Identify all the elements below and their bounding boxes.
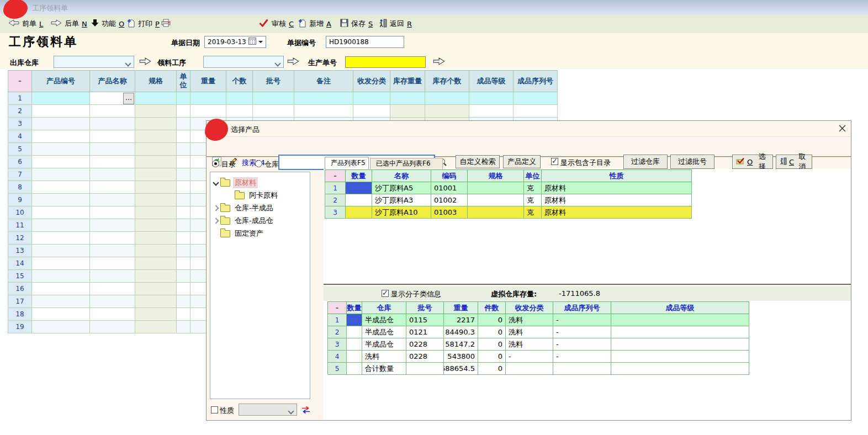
stock-cell-7[interactable] bbox=[611, 351, 749, 363]
table-row[interactable]: 2沙丁原料A301002克原材料 bbox=[325, 194, 692, 206]
tab-product-list[interactable]: 产品列表F5 bbox=[325, 157, 369, 169]
stock-cell-7[interactable] bbox=[611, 326, 749, 338]
grid-cell[interactable] bbox=[90, 232, 135, 245]
stock-cell-7[interactable] bbox=[611, 363, 749, 375]
row-number[interactable]: 1 bbox=[327, 314, 347, 326]
grid-cell[interactable] bbox=[90, 321, 135, 333]
grid-cell[interactable] bbox=[135, 257, 177, 270]
grid-cell[interactable] bbox=[90, 257, 135, 270]
product-cell-spec[interactable] bbox=[468, 194, 524, 206]
row-number[interactable]: 16 bbox=[8, 283, 32, 295]
stock-cell-1[interactable]: 半成品仓 bbox=[362, 326, 406, 338]
grid-cell[interactable] bbox=[177, 245, 190, 257]
grid-cell[interactable] bbox=[135, 143, 177, 156]
product-cell-nature[interactable]: 原材料 bbox=[542, 206, 692, 219]
product-cell-unit[interactable]: 克 bbox=[524, 206, 542, 219]
grid-cell[interactable] bbox=[390, 92, 425, 105]
row-number[interactable]: 1 bbox=[8, 92, 32, 105]
grid-cell[interactable] bbox=[135, 321, 177, 333]
grid-cell[interactable] bbox=[32, 295, 90, 308]
row-number[interactable]: 9 bbox=[8, 194, 32, 206]
product-cell-nature[interactable]: 原材料 bbox=[542, 194, 692, 206]
date-field[interactable]: 2019-03-13 bbox=[204, 36, 266, 48]
grid-cell[interactable]: … bbox=[90, 92, 135, 105]
grid-cell[interactable] bbox=[90, 181, 135, 194]
grid-cell[interactable] bbox=[469, 105, 514, 118]
grid-cell[interactable] bbox=[32, 181, 90, 194]
grid-cell[interactable] bbox=[90, 130, 135, 143]
stock-cell-3[interactable]: 2217 bbox=[444, 314, 478, 326]
grid-cell[interactable] bbox=[32, 168, 90, 181]
grid-cell[interactable] bbox=[135, 194, 177, 206]
grid-cell[interactable] bbox=[177, 130, 190, 143]
grid-cell[interactable] bbox=[32, 92, 90, 105]
grid-cell[interactable] bbox=[135, 118, 177, 130]
stock-cell-2[interactable]: 0115 bbox=[406, 314, 444, 326]
grid-cell[interactable] bbox=[135, 92, 177, 105]
tree-item[interactable]: 阿卡原料 bbox=[211, 189, 279, 201]
process-lookup-hand-icon[interactable] bbox=[287, 57, 299, 66]
grid-cell[interactable] bbox=[177, 156, 190, 168]
grid-cell[interactable] bbox=[32, 245, 90, 257]
grid-cell[interactable] bbox=[177, 168, 190, 181]
filter-batch-button[interactable]: 过滤批号 bbox=[670, 155, 714, 169]
grid-cell[interactable] bbox=[32, 257, 90, 270]
grid-cell[interactable] bbox=[135, 308, 177, 321]
stock-cell-0[interactable] bbox=[347, 326, 362, 338]
docno-field[interactable]: HD1900188 bbox=[326, 36, 404, 48]
nature-combo[interactable] bbox=[239, 404, 297, 416]
grid-cell[interactable] bbox=[226, 92, 253, 105]
splitter[interactable] bbox=[324, 284, 851, 285]
stock-cell-6[interactable] bbox=[553, 363, 611, 375]
grid-cell[interactable] bbox=[135, 105, 177, 118]
nature-checkbox[interactable] bbox=[211, 406, 218, 413]
date-dropdown-icon[interactable] bbox=[258, 41, 263, 45]
product-cell-name[interactable]: 沙丁原料A10 bbox=[372, 206, 431, 219]
toolbar-printer-button[interactable] bbox=[161, 18, 171, 30]
filter-warehouse-button[interactable]: 过滤仓库 bbox=[623, 155, 668, 169]
grid-cell[interactable] bbox=[390, 105, 425, 118]
table-row[interactable]: 5合计数量688654.50 bbox=[327, 363, 749, 375]
stock-cell-4[interactable]: 0 bbox=[478, 363, 506, 375]
stock-cell-2[interactable] bbox=[406, 363, 444, 375]
stock-cell-5[interactable]: 洗料 bbox=[506, 338, 553, 351]
toolbar-print-button[interactable]: 打印P bbox=[127, 18, 160, 30]
grid-cell[interactable] bbox=[190, 92, 226, 105]
stock-cell-4[interactable]: 0 bbox=[478, 351, 506, 363]
grid-cell[interactable] bbox=[177, 295, 190, 308]
warehouse-combo[interactable] bbox=[54, 56, 134, 68]
row-number[interactable]: 14 bbox=[8, 257, 32, 270]
toolbar-new-button[interactable]: 新增A bbox=[298, 18, 331, 30]
stock-cell-5[interactable] bbox=[506, 363, 553, 375]
grid-cell[interactable] bbox=[32, 206, 90, 219]
grid-cell[interactable] bbox=[32, 232, 90, 245]
stock-cell-3[interactable]: 688654.5 bbox=[444, 363, 478, 375]
swap-icon[interactable] bbox=[301, 406, 310, 416]
product-cell-unit[interactable]: 克 bbox=[524, 182, 542, 194]
grid-cell[interactable] bbox=[90, 156, 135, 168]
grid-cell[interactable] bbox=[135, 206, 177, 219]
table-row[interactable]: 4洗料02285438000-- bbox=[327, 351, 749, 363]
grid-cell[interactable] bbox=[32, 194, 90, 206]
product-cell-unit[interactable]: 克 bbox=[524, 194, 542, 206]
stock-cell-6[interactable]: - bbox=[553, 338, 611, 351]
product-cell-spec[interactable] bbox=[468, 182, 524, 194]
grid-cell[interactable] bbox=[90, 295, 135, 308]
grid-cell[interactable] bbox=[90, 270, 135, 283]
table-row[interactable]: 1沙丁原料A501001克原材料 bbox=[325, 182, 692, 194]
row-number[interactable]: 10 bbox=[8, 206, 32, 219]
tree-item[interactable]: 仓库-半成品 bbox=[211, 202, 275, 214]
grid-cell[interactable] bbox=[135, 283, 177, 295]
grid-cell[interactable] bbox=[90, 105, 135, 118]
stock-cell-0[interactable] bbox=[347, 363, 362, 375]
table-row[interactable]: 3半成品仓022858147.20洗料- bbox=[327, 338, 749, 351]
stock-cell-3[interactable]: 58147.2 bbox=[444, 338, 478, 351]
stock-cell-4[interactable]: 0 bbox=[478, 314, 506, 326]
product-cell-code[interactable]: 01001 bbox=[431, 182, 468, 194]
grid-cell[interactable] bbox=[514, 105, 558, 118]
grid-cell[interactable] bbox=[514, 92, 558, 105]
product-cell-qty[interactable] bbox=[346, 182, 372, 194]
grid-cell[interactable] bbox=[294, 92, 353, 105]
row-number[interactable]: 18 bbox=[8, 308, 32, 321]
toolbar-audit-button[interactable]: 审核C bbox=[258, 18, 294, 30]
